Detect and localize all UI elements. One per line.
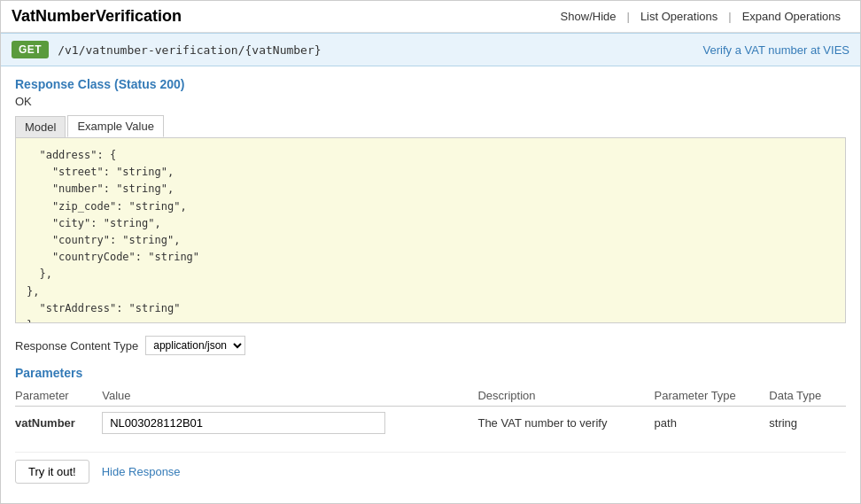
header-actions: Show/Hide | List Operations | Expand Ope… — [552, 6, 849, 27]
page-wrapper: VatNumberVerification Show/Hide | List O… — [0, 0, 861, 504]
main-content: Response Class (Status 200) OK Model Exa… — [1, 66, 860, 494]
response-content-type-label: Response Content Type — [15, 339, 138, 353]
col-data-type: Data Type — [769, 385, 846, 407]
content-type-select[interactable]: application/json text/plain text/xml — [145, 336, 245, 355]
response-content-type-row: Response Content Type application/json t… — [15, 336, 846, 355]
parameters-table: Parameter Value Description Parameter Ty… — [15, 385, 846, 439]
param-name: vatNumber — [15, 416, 75, 430]
bottom-row: Try it out! Hide Response — [15, 452, 846, 484]
param-type: path — [655, 416, 677, 430]
get-badge: GET — [12, 41, 49, 58]
col-value: Value — [102, 385, 477, 407]
page-title: VatNumberVerification — [12, 7, 182, 26]
table-row: vatNumber The VAT number to verify path … — [15, 407, 846, 440]
col-description: Description — [477, 385, 654, 407]
parameters-title: Parameters — [15, 366, 846, 380]
response-class-title: Response Class (Status 200) — [15, 77, 846, 91]
param-description: The VAT number to verify — [477, 416, 607, 430]
param-data-type: string — [769, 416, 797, 430]
tab-example-value[interactable]: Example Value — [67, 115, 163, 137]
response-status-text: OK — [15, 95, 846, 108]
list-operations-link[interactable]: List Operations — [632, 6, 726, 27]
tabs-container: Model Example Value — [15, 115, 846, 137]
get-description-link[interactable]: Verify a VAT number at VIES — [703, 43, 849, 57]
try-it-out-button[interactable]: Try it out! — [15, 460, 89, 484]
hide-response-link[interactable]: Hide Response — [102, 465, 181, 478]
tab-model[interactable]: Model — [15, 116, 66, 137]
table-header-row: Parameter Value Description Parameter Ty… — [15, 385, 846, 407]
param-value-input[interactable] — [102, 412, 385, 434]
json-example-box: "address": { "street": "string", "number… — [15, 137, 846, 323]
get-path: /v1/vatnumber-verification/{vatNumber} — [58, 43, 321, 57]
expand-operations-link[interactable]: Expand Operations — [733, 6, 849, 27]
header: VatNumberVerification Show/Hide | List O… — [1, 1, 860, 33]
col-parameter-type: Parameter Type — [655, 385, 770, 407]
col-parameter: Parameter — [15, 385, 102, 407]
get-row: GET /v1/vatnumber-verification/{vatNumbe… — [1, 33, 860, 66]
show-hide-link[interactable]: Show/Hide — [552, 6, 625, 27]
